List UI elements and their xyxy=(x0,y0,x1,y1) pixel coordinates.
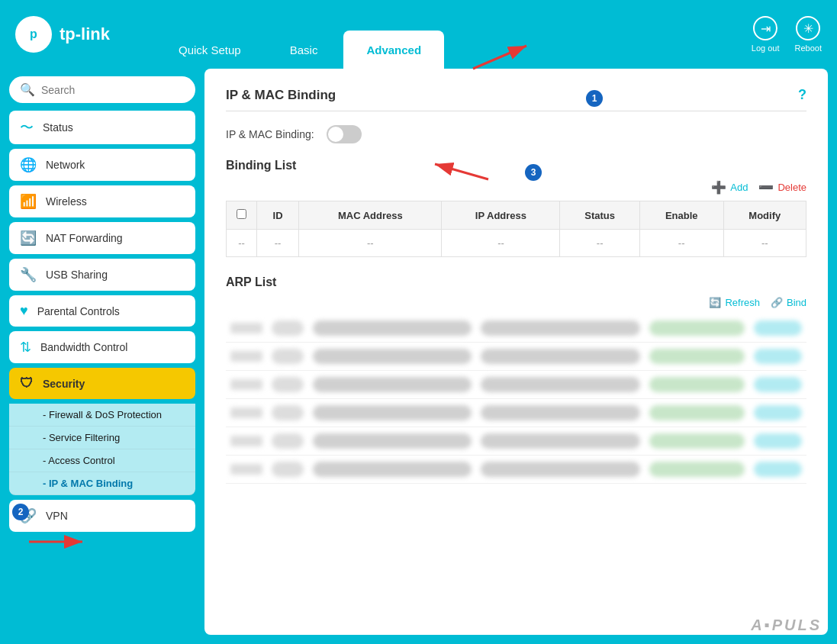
toggle-row: IP & MAC Binding: xyxy=(226,125,806,143)
sidebar-item-label: NAT Forwarding xyxy=(46,232,123,244)
arp-actions: 🔄 Refresh 🔗 Bind xyxy=(226,297,806,308)
search-box[interactable]: 🔍 xyxy=(9,76,195,103)
logo-text: tp-link xyxy=(60,24,110,44)
sidebar-item-label: VPN xyxy=(46,510,68,522)
refresh-icon: 🔄 xyxy=(709,297,721,308)
sidebar-item-label: Wireless xyxy=(46,195,87,208)
sidebar-item-security[interactable]: 🛡 Security xyxy=(9,368,195,399)
binding-table: ID MAC Address IP Address Status Enable … xyxy=(226,201,806,257)
toggle-knob xyxy=(328,127,343,142)
status-icon: 〜 xyxy=(20,118,34,137)
bind-label: Bind xyxy=(787,297,806,308)
sidebar-sub-access[interactable]: - Access Control xyxy=(9,449,195,472)
col-enable: Enable xyxy=(639,201,723,230)
tab-advanced[interactable]: Advanced xyxy=(343,31,444,69)
main-layout: 🔍 〜 Status 🌐 Network 📶 Wireless 🔄 NAT Fo… xyxy=(0,69,837,644)
sidebar-item-status[interactable]: 〜 Status xyxy=(9,111,195,144)
bandwidth-icon: ⇅ xyxy=(20,339,31,356)
sidebar-item-label: Parental Controls xyxy=(37,305,120,317)
arp-row-5 xyxy=(226,427,806,456)
arp-row-1 xyxy=(226,314,806,343)
select-all-checkbox[interactable] xyxy=(237,209,246,219)
sidebar-item-label: Security xyxy=(43,378,85,390)
refresh-button[interactable]: 🔄 Refresh xyxy=(709,297,760,308)
sidebar-sub: - Firewall & DoS Protection - Service Fi… xyxy=(9,404,195,495)
sidebar-item-nat[interactable]: 🔄 NAT Forwarding xyxy=(9,222,195,254)
tab-quick-setup[interactable]: Quick Setup xyxy=(156,31,264,69)
arp-row-4 xyxy=(226,399,806,427)
logo-area: p tp-link xyxy=(15,16,110,53)
logout-button[interactable]: ⇥ Log out xyxy=(752,16,780,53)
search-icon: 🔍 xyxy=(20,82,35,97)
sidebar: 🔍 〜 Status 🌐 Network 📶 Wireless 🔄 NAT Fo… xyxy=(0,69,204,644)
table-actions: ➕ Add ➖ Delete xyxy=(226,180,806,195)
sidebar-item-vpn[interactable]: 🔗 VPN xyxy=(9,500,195,532)
network-icon: 🌐 xyxy=(20,156,37,173)
col-ip: IP Address xyxy=(442,201,560,230)
logout-icon: ⇥ xyxy=(753,16,777,40)
svg-text:p: p xyxy=(30,27,37,40)
badge-3: 3 xyxy=(525,164,542,181)
help-icon[interactable]: ? xyxy=(798,87,806,103)
sidebar-item-network[interactable]: 🌐 Network xyxy=(9,149,195,181)
sidebar-sub-firewall[interactable]: - Firewall & DoS Protection xyxy=(9,404,195,427)
col-mac: MAC Address xyxy=(299,201,442,230)
watermark: A▪PULS xyxy=(751,615,822,635)
tab-basic[interactable]: Basic xyxy=(267,31,341,69)
refresh-label: Refresh xyxy=(725,297,760,308)
sidebar-item-label: Bandwidth Control xyxy=(40,341,127,353)
search-input[interactable] xyxy=(41,84,185,96)
badge-2: 2 xyxy=(12,504,29,520)
sidebar-sub-ipmac[interactable]: - IP & MAC Binding xyxy=(9,472,195,495)
binding-list-title: Binding List xyxy=(226,159,806,172)
add-button[interactable]: ➕ Add xyxy=(711,180,748,195)
sidebar-item-bandwidth[interactable]: ⇅ Bandwidth Control xyxy=(9,331,195,363)
bind-button[interactable]: 🔗 Bind xyxy=(771,297,806,308)
page-title: IP & MAC Binding xyxy=(226,88,336,103)
reboot-button[interactable]: ✳ Reboot xyxy=(795,16,822,53)
sidebar-item-label: Status xyxy=(43,121,73,134)
add-label: Add xyxy=(730,182,748,193)
security-icon: 🛡 xyxy=(20,375,34,391)
delete-button[interactable]: ➖ Delete xyxy=(758,180,806,195)
bind-icon: 🔗 xyxy=(771,297,783,308)
section-title: IP & MAC Binding ? xyxy=(226,87,806,111)
col-status: Status xyxy=(560,201,639,230)
badge-1: 1 xyxy=(586,90,603,107)
delete-icon: ➖ xyxy=(758,180,774,195)
nat-icon: 🔄 xyxy=(20,230,37,246)
sidebar-item-usb[interactable]: 🔧 USB Sharing xyxy=(9,259,195,291)
col-modify: Modify xyxy=(723,201,806,230)
header: p tp-link Quick Setup Basic Advanced ⇥ L… xyxy=(0,0,837,69)
toggle-switch[interactable] xyxy=(327,125,362,143)
reboot-label: Reboot xyxy=(795,43,822,53)
sidebar-item-label: USB Sharing xyxy=(46,269,108,281)
parental-icon: ♥ xyxy=(20,303,28,319)
arp-row-3 xyxy=(226,371,806,399)
usb-icon: 🔧 xyxy=(20,266,37,283)
add-icon: ➕ xyxy=(711,180,726,195)
main-content: IP & MAC Binding ? IP & MAC Binding: Bin… xyxy=(204,69,828,635)
sidebar-item-parental[interactable]: ♥ Parental Controls xyxy=(9,295,195,327)
nav-tabs: Quick Setup Basic Advanced xyxy=(156,0,752,69)
arp-row-2 xyxy=(226,343,806,371)
sidebar-item-wireless[interactable]: 📶 Wireless xyxy=(9,185,195,217)
logo-icon: p xyxy=(15,16,52,53)
wireless-icon: 📶 xyxy=(20,193,37,210)
arp-title: ARP List xyxy=(226,275,806,289)
col-id: ID xyxy=(257,201,299,230)
header-actions: ⇥ Log out ✳ Reboot xyxy=(752,16,822,53)
reboot-icon: ✳ xyxy=(796,16,820,40)
arp-row-6 xyxy=(226,456,806,484)
toggle-label: IP & MAC Binding: xyxy=(226,128,314,140)
logout-label: Log out xyxy=(752,43,780,53)
sidebar-sub-service[interactable]: - Service Filtering xyxy=(9,427,195,449)
delete-label: Delete xyxy=(777,182,806,193)
table-row: -- -- -- -- -- -- -- xyxy=(227,230,806,257)
sidebar-item-label: Network xyxy=(46,159,85,171)
